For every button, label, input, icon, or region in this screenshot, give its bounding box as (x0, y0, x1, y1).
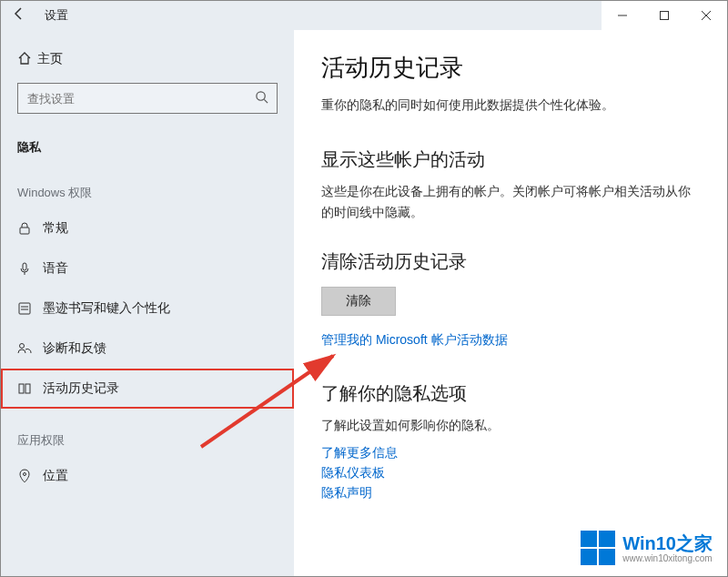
section-privacy-options: 了解你的隐私选项 (321, 381, 700, 406)
svg-rect-1 (661, 12, 669, 20)
svg-point-11 (20, 344, 25, 349)
sidebar-item-label: 语音 (43, 260, 68, 277)
sidebar-item-label: 位置 (43, 468, 68, 484)
accounts-description: 这些是你在此设备上拥有的帐户。关闭帐户可将帐户相关活动从你的时间线中隐藏。 (321, 181, 700, 222)
sidebar-category-windows: Windows 权限 (1, 161, 294, 208)
settings-window: 设置 主页 隐私 Wind (0, 0, 728, 577)
lock-icon (17, 221, 43, 236)
maximize-button[interactable] (643, 1, 685, 30)
intro-text: 重你的隐私的同时如何使用此数据提供个性化体验。 (321, 95, 700, 115)
minimize-button[interactable] (602, 1, 643, 30)
svg-point-14 (24, 473, 26, 476)
svg-rect-6 (20, 228, 29, 234)
privacy-dashboard-link[interactable]: 隐私仪表板 (321, 465, 700, 481)
search-input[interactable] (18, 92, 246, 106)
sidebar-item-speech[interactable]: 语音 (1, 248, 294, 288)
sidebar-item-label: 活动历史记录 (43, 380, 119, 397)
svg-line-5 (264, 99, 268, 103)
feedback-icon (17, 341, 43, 356)
sidebar-item-location[interactable]: 位置 (1, 456, 294, 496)
location-icon (17, 469, 43, 483)
svg-point-4 (256, 91, 264, 99)
manage-microsoft-link[interactable]: 管理我的 Microsoft 帐户活动数据 (321, 332, 700, 349)
watermark-url: www.win10xitong.com (622, 553, 712, 563)
sidebar-category-app: 应用权限 (1, 409, 294, 456)
content-pane: 活动历史记录 重你的隐私的同时如何使用此数据提供个性化体验。 显示这些帐户的活动… (294, 30, 727, 576)
sidebar-item-label: 常规 (43, 220, 68, 237)
windows-logo-icon (581, 531, 615, 565)
section-clear-history: 清除活动历史记录 (321, 249, 700, 274)
search-box[interactable] (17, 83, 278, 114)
sidebar-section-privacy: 隐私 (1, 123, 294, 161)
search-icon[interactable] (246, 90, 277, 107)
window-body: 主页 隐私 Windows 权限 常规 语音 (1, 30, 727, 576)
close-button[interactable] (685, 1, 727, 30)
watermark-brand: Win10之家 (622, 533, 713, 553)
section-show-accounts: 显示这些帐户的活动 (321, 147, 700, 172)
sidebar-item-inking[interactable]: 墨迹书写和键入个性化 (1, 288, 294, 329)
sidebar-home-label: 主页 (37, 51, 63, 67)
titlebar: 设置 (1, 1, 727, 30)
privacy-statement-link[interactable]: 隐私声明 (321, 485, 700, 501)
sidebar-item-label: 墨迹书写和键入个性化 (43, 300, 170, 317)
svg-rect-12 (19, 384, 24, 393)
sidebar-home[interactable]: 主页 (1, 41, 294, 77)
clear-button[interactable]: 清除 (321, 287, 396, 316)
svg-rect-8 (19, 303, 30, 314)
back-button[interactable] (1, 6, 37, 25)
sidebar: 主页 隐私 Windows 权限 常规 语音 (1, 30, 294, 576)
microphone-icon (17, 261, 43, 276)
svg-rect-13 (25, 384, 30, 393)
inking-icon (17, 301, 43, 316)
home-icon (17, 51, 37, 68)
privacy-description: 了解此设置如何影响你的隐私。 (321, 415, 700, 435)
sidebar-item-general[interactable]: 常规 (1, 208, 294, 248)
sidebar-item-diagnostics[interactable]: 诊断和反馈 (1, 329, 294, 369)
svg-rect-7 (23, 263, 26, 270)
page-heading: 活动历史记录 (321, 52, 700, 84)
activity-icon (17, 381, 43, 396)
watermark: Win10之家 www.win10xitong.com (581, 531, 713, 565)
learn-more-link[interactable]: 了解更多信息 (321, 445, 700, 461)
window-title: 设置 (45, 7, 68, 24)
sidebar-item-activity-history[interactable]: 活动历史记录 (1, 369, 294, 409)
sidebar-item-label: 诊断和反馈 (43, 340, 106, 357)
